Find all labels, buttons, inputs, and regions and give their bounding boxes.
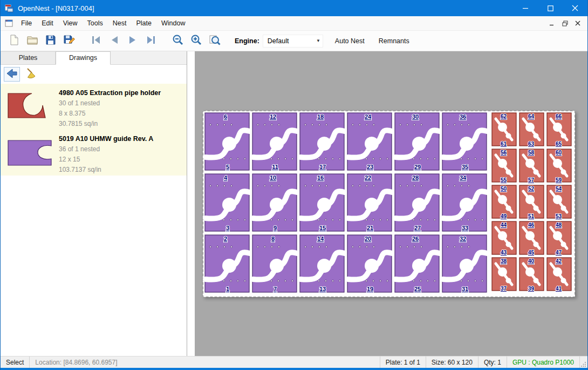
svg-text:35: 35 [462,164,468,170]
close-button[interactable] [563,0,587,16]
svg-text:8: 8 [271,236,275,242]
nested-part-pair[interactable]: 5049 [492,185,516,219]
save-icon [44,33,57,49]
svg-text:24: 24 [365,113,372,120]
svg-text:46: 46 [528,222,535,228]
nested-part-pair[interactable]: 3635 [442,113,487,170]
nested-part-pair[interactable]: 5251 [519,185,544,219]
open-button[interactable] [23,33,42,49]
nested-part-pair[interactable]: 6463 [519,113,544,147]
svg-text:17: 17 [319,164,326,170]
nested-part-pair[interactable]: 5857 [519,149,544,183]
nested-part-pair[interactable]: 4847 [547,221,571,255]
save-as-button[interactable] [60,33,78,49]
nested-part-pair[interactable]: 21 [205,235,250,292]
svg-text:42: 42 [556,258,562,264]
window-bottom-border [1,368,587,370]
svg-text:66: 66 [556,113,562,119]
nested-part-pair[interactable]: 4241 [547,258,571,292]
remnants-button[interactable]: Remnants [377,35,412,48]
drawing-title: 4980 A05 Extraction pipe holder [59,89,161,97]
nested-part-pair[interactable]: 1615 [300,174,345,231]
clear-button[interactable] [23,67,39,82]
svg-text:15: 15 [319,225,326,231]
maximize-button[interactable] [538,0,563,16]
send-to-nest-button[interactable] [4,67,20,82]
nested-part-pair[interactable]: 4443 [492,221,516,255]
new-button[interactable] [5,33,23,49]
next-plate-button[interactable] [124,33,142,49]
menu-item-nest[interactable]: Nest [108,17,132,30]
nested-part-pair[interactable]: 2221 [347,174,392,231]
plate-drawing[interactable]: 6512111817242330293635431091615222128273… [203,111,575,297]
svg-text:27: 27 [414,225,421,231]
nested-part-pair[interactable]: 2827 [395,174,440,231]
mdi-minimize-button[interactable] [545,18,558,29]
nested-part-pair[interactable]: 3029 [395,113,440,170]
nested-part-pair[interactable]: 1817 [300,113,345,170]
drawing-size: 8 x 8.375 [59,109,161,119]
nested-part-pair[interactable]: 87 [252,235,297,292]
tab-plates[interactable]: Plates [1,51,56,64]
menu-item-edit[interactable]: Edit [37,17,58,30]
app-window: OpenNest - [N0317-004] File Edit View To… [0,0,588,370]
nested-part-pair[interactable]: 4039 [519,258,544,292]
first-plate-button[interactable] [87,33,105,49]
nested-part-pair[interactable]: 2625 [395,235,440,292]
auto-nest-button[interactable]: Auto Nest [333,35,367,48]
svg-text:61: 61 [501,141,507,147]
chevron-down-icon: ▼ [316,38,320,43]
nested-part-pair[interactable]: 1413 [300,235,345,292]
drawing-info: 5019 A10 UHMW guide Rev. A 36 of 1 neste… [59,133,153,172]
status-gpu: GPU : Quadro P1000 [507,356,579,368]
nested-part-pair[interactable]: 6261 [492,113,516,147]
resize-grip-icon[interactable] [580,356,587,368]
nested-part-pair[interactable]: 43 [205,174,250,231]
menu-item-file[interactable]: File [16,17,37,30]
tab-drawings[interactable]: Drawings [56,51,111,65]
last-plate-button[interactable] [142,33,160,49]
mdi-restore-button[interactable] [558,18,571,29]
svg-text:53: 53 [556,213,562,219]
nested-part-pair[interactable]: 3231 [442,235,487,292]
nested-part-pair[interactable]: 4645 [519,221,544,255]
nested-part-pair[interactable]: 3837 [492,258,516,292]
nested-part-pair[interactable]: 2019 [347,235,392,292]
nested-part-pair[interactable]: 1211 [252,113,297,170]
drawing-nested-count: 36 of 1 nested [59,144,153,154]
svg-text:64: 64 [528,113,535,119]
svg-text:14: 14 [317,236,324,242]
zoom-out-button[interactable] [169,33,187,49]
menu-item-tools[interactable]: Tools [83,17,108,30]
save-button[interactable] [42,33,60,49]
drawing-item-uhmw-guide[interactable]: 5019 A10 UHMW guide Rev. A 36 of 1 neste… [1,130,187,176]
nested-part-pair[interactable]: 6059 [547,149,571,183]
svg-text:26: 26 [412,236,419,242]
nested-part-pair[interactable]: 3433 [442,174,487,231]
zoom-in-button[interactable] [187,33,206,49]
nested-part-pair[interactable]: 2423 [347,113,392,170]
svg-text:44: 44 [501,222,507,228]
svg-text:30: 30 [412,113,419,120]
first-icon [90,33,102,49]
minimize-button[interactable] [513,0,538,16]
svg-text:11: 11 [272,164,278,170]
nested-part-pair[interactable]: 6665 [547,113,571,147]
previous-plate-button[interactable] [105,33,124,49]
svg-text:52: 52 [528,186,535,192]
drawing-item-extraction-pipe-holder[interactable]: 4980 A05 Extraction pipe holder 30 of 1 … [1,84,187,130]
menu-item-window[interactable]: Window [156,17,190,30]
nested-part-pair[interactable]: 65 [205,113,250,170]
mdi-close-button[interactable] [571,18,584,29]
nest-canvas[interactable]: 6512111817242330293635431091615222128273… [187,51,587,356]
nested-part-pair[interactable]: 109 [252,174,297,231]
zoom-fit-button[interactable] [206,33,224,49]
engine-combobox[interactable]: Default ▼ [263,35,323,48]
nested-part-pair[interactable]: 5453 [547,185,571,219]
plate[interactable]: 6512111817242330293635431091615222128273… [203,111,575,297]
svg-text:48: 48 [556,222,562,228]
nested-part-pair[interactable]: 5655 [492,149,516,183]
menubar: File Edit View Tools Nest Plate Window [1,16,587,31]
menu-item-view[interactable]: View [58,17,83,30]
menu-item-plate[interactable]: Plate [131,17,156,30]
